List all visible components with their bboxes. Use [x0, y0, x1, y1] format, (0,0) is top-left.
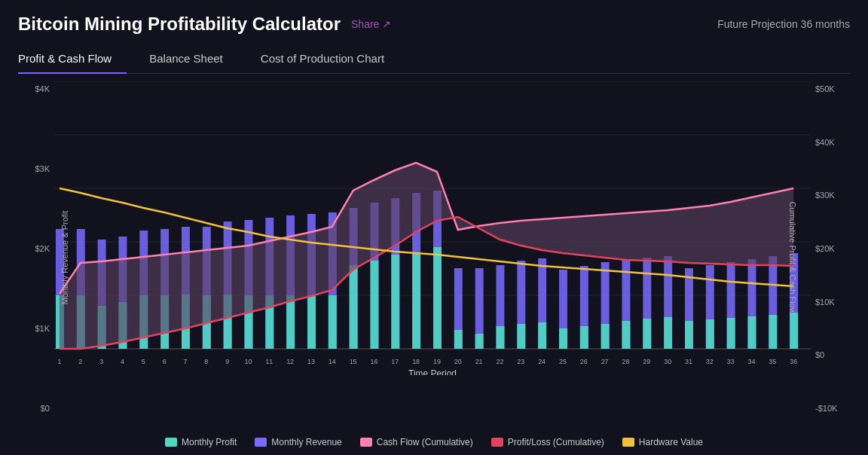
svg-text:28: 28	[622, 358, 629, 365]
legend-label-monthly-profit: Monthly Profit	[182, 437, 237, 447]
svg-text:18: 18	[412, 358, 420, 365]
svg-text:19: 19	[433, 358, 441, 365]
legend-label-hardware-value: Hardware Value	[639, 437, 703, 447]
svg-rect-42	[412, 253, 420, 349]
svg-rect-52	[517, 324, 525, 349]
svg-text:29: 29	[643, 358, 650, 365]
svg-text:7: 7	[183, 358, 187, 365]
title-area: Bitcoin Mining Profitability Calculator …	[18, 14, 391, 35]
svg-rect-62	[622, 321, 630, 349]
svg-text:34: 34	[747, 358, 755, 365]
svg-rect-46	[454, 330, 463, 349]
svg-rect-58	[580, 326, 588, 349]
svg-rect-32	[307, 295, 316, 349]
legend-label-profit-loss: Profit/Loss (Cumulative)	[508, 437, 604, 447]
chart-main: Monthly Revenue & Profit Cumulative Prof…	[54, 81, 811, 434]
legend-swatch-hardware-value	[622, 438, 634, 447]
svg-rect-78	[790, 313, 798, 349]
svg-text:14: 14	[329, 358, 336, 365]
legend-profit-loss: Profit/Loss (Cumulative)	[491, 437, 604, 447]
svg-rect-66	[664, 317, 672, 349]
y-right-label: Cumulative Profit & Cash Flow	[787, 201, 796, 313]
legend-label-cash-flow: Cash Flow (Cumulative)	[377, 437, 473, 447]
svg-text:21: 21	[475, 358, 483, 365]
legend-monthly-revenue: Monthly Revenue	[255, 437, 341, 447]
svg-rect-30	[286, 295, 295, 349]
legend-hardware-value: Hardware Value	[622, 437, 703, 447]
svg-text:5: 5	[142, 358, 145, 365]
svg-rect-40	[391, 255, 399, 349]
legend-row: Monthly Profit Monthly Revenue Cash Flow…	[18, 437, 850, 447]
legend-swatch-cash-flow	[360, 438, 372, 447]
svg-rect-68	[685, 321, 693, 349]
svg-text:26: 26	[580, 358, 588, 365]
svg-rect-54	[538, 322, 546, 349]
svg-text:2: 2	[78, 358, 82, 365]
svg-rect-48	[475, 334, 484, 349]
svg-rect-72	[727, 318, 735, 349]
tab-profit-cashflow[interactable]: Profit & Cash Flow	[18, 46, 127, 74]
svg-text:23: 23	[517, 358, 524, 365]
svg-rect-34	[329, 295, 337, 349]
y-axis-left: $4K $3K $2K $1K $0	[18, 81, 54, 434]
svg-rect-44	[433, 247, 442, 349]
svg-text:1: 1	[57, 358, 61, 365]
svg-text:35: 35	[769, 358, 776, 365]
legend-swatch-profit-loss	[491, 438, 503, 447]
legend-cash-flow: Cash Flow (Cumulative)	[360, 437, 473, 447]
future-projection: Future Projection 36 months	[717, 18, 850, 30]
svg-rect-36	[350, 265, 358, 349]
svg-text:9: 9	[225, 358, 229, 365]
svg-text:33: 33	[727, 358, 735, 365]
svg-text:36: 36	[790, 358, 797, 365]
header-row: Bitcoin Mining Profitability Calculator …	[18, 14, 850, 35]
svg-text:4: 4	[121, 358, 124, 365]
svg-rect-64	[643, 319, 651, 349]
svg-rect-74	[747, 316, 756, 349]
svg-text:17: 17	[391, 358, 399, 365]
y-axis-right: $50K $40K $30K $20K $10K $0 -$10K	[811, 81, 850, 434]
svg-text:27: 27	[601, 358, 609, 365]
svg-text:6: 6	[163, 358, 167, 365]
svg-text:15: 15	[350, 358, 357, 365]
svg-rect-38	[370, 261, 378, 349]
legend-swatch-monthly-revenue	[255, 438, 267, 447]
svg-rect-56	[559, 328, 567, 349]
svg-text:22: 22	[496, 358, 503, 365]
svg-rect-70	[706, 319, 714, 349]
svg-text:10: 10	[244, 358, 252, 365]
app-container: Bitcoin Mining Profitability Calculator …	[0, 0, 868, 455]
legend-label-monthly-revenue: Monthly Revenue	[271, 437, 341, 447]
svg-rect-76	[769, 315, 777, 349]
share-button[interactable]: Share ↗	[351, 18, 391, 30]
svg-text:20: 20	[454, 358, 462, 365]
svg-text:24: 24	[538, 358, 546, 365]
chart-wrapper: $4K $3K $2K $1K $0 Monthly Revenue & Pro…	[18, 81, 850, 434]
svg-text:13: 13	[307, 358, 315, 365]
svg-text:16: 16	[370, 358, 377, 365]
chart-svg: 1 2 3 4 5 6 7 8 9 10 11 12 13 14 15 16 1	[54, 81, 811, 375]
tab-cost-production[interactable]: Cost of Production Chart	[261, 46, 399, 74]
svg-text:12: 12	[286, 358, 294, 365]
svg-rect-60	[601, 324, 610, 349]
tabs-row: Profit & Cash Flow Balance Sheet Cost of…	[18, 45, 850, 74]
svg-text:30: 30	[664, 358, 671, 365]
svg-text:3: 3	[99, 358, 103, 365]
svg-text:25: 25	[559, 358, 567, 365]
legend-monthly-profit: Monthly Profit	[165, 437, 237, 447]
app-title: Bitcoin Mining Profitability Calculator	[18, 14, 341, 35]
legend-swatch-monthly-profit	[165, 438, 177, 447]
svg-rect-50	[496, 326, 504, 349]
svg-text:11: 11	[265, 358, 273, 365]
svg-text:31: 31	[685, 358, 692, 365]
svg-marker-79	[60, 163, 793, 349]
svg-text:Time Period: Time Period	[408, 368, 457, 375]
chart-area: $4K $3K $2K $1K $0 Monthly Revenue & Pro…	[18, 81, 850, 447]
y-left-label: Monthly Revenue & Profit	[60, 211, 69, 305]
svg-text:8: 8	[204, 358, 208, 365]
tab-balance-sheet[interactable]: Balance Sheet	[149, 46, 238, 74]
svg-text:32: 32	[706, 358, 714, 365]
